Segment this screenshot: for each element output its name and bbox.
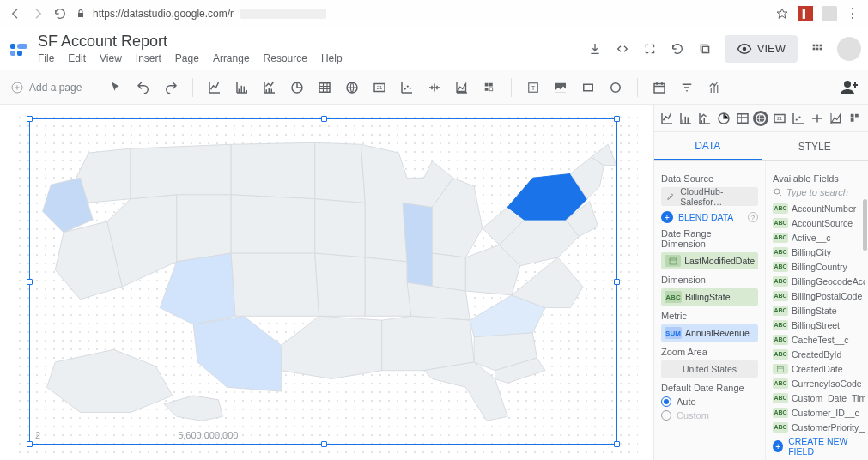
ct-pivot-icon[interactable] xyxy=(847,111,863,126)
browser-profile-icon[interactable] xyxy=(822,6,837,21)
text-tool-icon[interactable]: T xyxy=(524,78,543,97)
field-item[interactable]: ABCCustomerPriority__c xyxy=(773,420,865,434)
apps-grid-icon[interactable] xyxy=(810,41,825,57)
back-button[interactable] xyxy=(9,7,22,21)
fullscreen-icon[interactable] xyxy=(642,41,658,57)
geo-chart-icon[interactable] xyxy=(343,78,361,97)
report-title[interactable]: SF Account Report xyxy=(38,33,343,51)
radio-custom[interactable]: Custom xyxy=(661,410,758,421)
field-search[interactable]: Type to search xyxy=(773,187,865,197)
image-tool-icon[interactable] xyxy=(551,78,570,97)
date-range-dimension-chip[interactable]: LastModifiedDate xyxy=(661,252,758,269)
scorecard-icon[interactable]: 21 xyxy=(370,78,389,97)
view-button[interactable]: VIEW xyxy=(725,35,798,63)
add-person-icon[interactable] xyxy=(839,77,859,98)
data-source-chip[interactable]: CloudHub-Salesfor… xyxy=(661,187,758,206)
combo-chart-icon[interactable] xyxy=(260,78,279,97)
pointer-tool-icon[interactable] xyxy=(106,78,125,97)
svg-rect-3 xyxy=(813,44,816,46)
ct-scatter-icon[interactable] xyxy=(791,111,806,126)
menu-view[interactable]: View xyxy=(100,52,122,64)
ct-bar-icon[interactable] xyxy=(678,111,694,126)
redo-icon[interactable] xyxy=(161,78,180,97)
field-item[interactable]: ABCAccountSource xyxy=(773,215,865,230)
canvas-area[interactable]: 2 5,600,000,000 xyxy=(0,105,653,460)
rectangle-tool-icon[interactable] xyxy=(579,78,598,97)
pie-chart-icon[interactable] xyxy=(288,78,307,97)
menu-resource[interactable]: Resource xyxy=(264,52,307,64)
ct-bullet-icon[interactable] xyxy=(810,111,825,126)
table-icon[interactable] xyxy=(315,78,334,97)
pdf-extension-icon[interactable]: ▌ xyxy=(798,6,813,21)
field-item[interactable]: ABCAccountNumber xyxy=(773,201,865,215)
tab-data[interactable]: DATA xyxy=(654,132,762,160)
area-chart-icon[interactable] xyxy=(452,78,471,97)
bookmark-star-icon[interactable] xyxy=(775,7,789,21)
copy-icon[interactable] xyxy=(697,41,713,57)
ct-pie-icon[interactable] xyxy=(716,111,731,126)
chrome-menu-icon[interactable]: ⋮ xyxy=(846,7,859,21)
ct-scorecard-icon[interactable]: 21 xyxy=(772,111,787,126)
resize-handle[interactable] xyxy=(321,441,327,447)
add-page-button[interactable]: Add a page xyxy=(10,81,82,94)
line-chart-icon[interactable] xyxy=(205,78,224,97)
forward-button[interactable] xyxy=(31,7,45,21)
undo-icon[interactable] xyxy=(134,78,153,97)
metric-chip[interactable]: SUM AnnualRevenue xyxy=(661,324,758,342)
pivot-table-icon[interactable] xyxy=(480,78,499,97)
field-item[interactable]: ABCBillingPostalCode xyxy=(773,288,865,303)
field-item[interactable]: ABCActive__c xyxy=(773,230,865,245)
help-icon[interactable]: ? xyxy=(748,212,758,222)
field-item[interactable]: ABCCustomer_ID__c xyxy=(773,405,865,420)
user-avatar[interactable] xyxy=(837,37,861,61)
menu-help[interactable]: Help xyxy=(321,52,343,64)
circle-tool-icon[interactable] xyxy=(606,78,625,97)
date-range-control-icon[interactable] xyxy=(650,78,669,97)
resize-handle[interactable] xyxy=(27,441,33,447)
blend-plus-icon[interactable]: + xyxy=(661,211,673,223)
dimension-chip[interactable]: ABC BillingState xyxy=(661,288,758,306)
report-canvas[interactable]: 2 5,600,000,000 xyxy=(15,113,638,453)
field-item[interactable]: ABCBillingState xyxy=(773,303,865,318)
create-new-field-button[interactable]: + CREATE NEW FIELD xyxy=(773,436,865,457)
menu-file[interactable]: File xyxy=(38,52,54,64)
ct-table-icon[interactable] xyxy=(735,111,750,126)
download-icon[interactable] xyxy=(587,41,603,57)
svg-point-28 xyxy=(844,81,851,88)
field-item[interactable]: ABCBillingStreet xyxy=(773,318,865,332)
zoom-area-chip[interactable]: United States xyxy=(661,360,758,378)
field-item[interactable]: ABCBillingCity xyxy=(773,245,865,259)
field-item[interactable]: ABCCustom_Date_Time__c xyxy=(773,390,865,405)
menu-page[interactable]: Page xyxy=(175,52,199,64)
field-item[interactable]: CreatedDate xyxy=(773,361,865,376)
ct-line-icon[interactable] xyxy=(659,111,675,126)
ct-geo-icon[interactable] xyxy=(753,111,768,126)
menu-arrange[interactable]: Arrange xyxy=(213,52,250,64)
reload-button[interactable] xyxy=(53,7,67,21)
blend-data-link[interactable]: BLEND DATA xyxy=(678,212,743,222)
field-label: BillingPostalCode xyxy=(792,291,862,301)
selected-chart-geomap[interactable]: 2 5,600,000,000 xyxy=(29,118,617,445)
bar-chart-icon[interactable] xyxy=(233,78,252,97)
field-item[interactable]: ABCCacheTest__c xyxy=(773,332,865,347)
radio-auto[interactable]: Auto xyxy=(661,396,758,407)
field-item[interactable]: ABCCurrencyIsoCode xyxy=(773,376,865,390)
resize-handle[interactable] xyxy=(614,441,620,447)
field-item[interactable]: ABCCreatedById xyxy=(773,347,865,361)
menu-edit[interactable]: Edit xyxy=(68,52,86,64)
data-control-icon[interactable] xyxy=(705,78,724,97)
field-item[interactable]: ABCBillingCountry xyxy=(773,259,865,274)
embed-icon[interactable] xyxy=(615,41,630,57)
scrollbar[interactable] xyxy=(863,199,867,251)
field-item[interactable]: ABCBillingGeocodeAccura… xyxy=(773,274,865,288)
ct-area-icon[interactable] xyxy=(829,111,844,126)
lock-icon xyxy=(76,9,86,19)
refresh-icon[interactable] xyxy=(670,41,685,57)
address-bar[interactable]: https://datastudio.google.com/r xyxy=(76,8,326,20)
menu-insert[interactable]: Insert xyxy=(136,52,161,64)
tab-style[interactable]: STYLE xyxy=(762,132,869,160)
scatter-chart-icon[interactable] xyxy=(398,78,416,97)
filter-control-icon[interactable] xyxy=(677,78,696,97)
bullet-chart-icon[interactable] xyxy=(425,78,444,97)
ct-combo-icon[interactable] xyxy=(697,111,713,126)
